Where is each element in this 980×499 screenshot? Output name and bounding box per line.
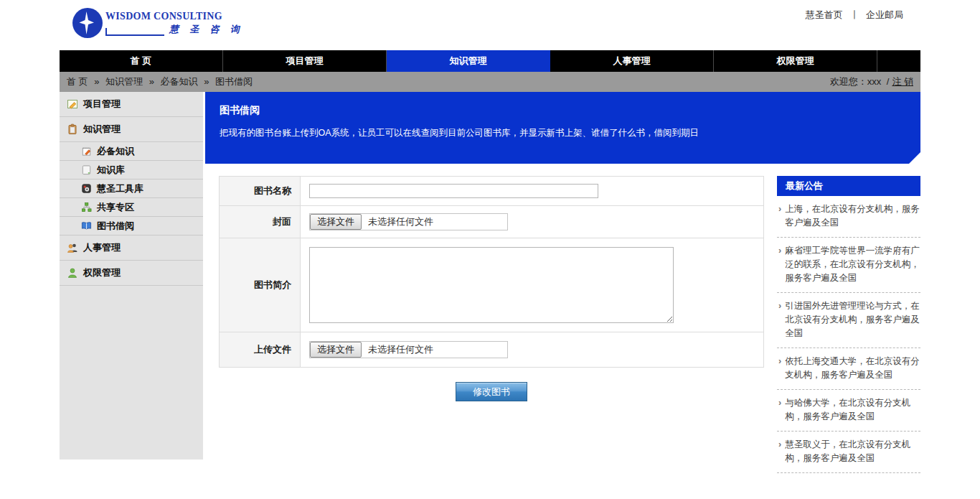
tab-knowledge-management[interactable]: 知识管理: [387, 50, 550, 72]
sidebar-item-label: 必备知识: [97, 145, 134, 158]
notice-bullet-icon: ›: [778, 438, 781, 465]
logo-star-icon: [72, 8, 103, 38]
sitemap-icon: [81, 202, 92, 213]
toolbox-gear-icon: [81, 183, 92, 194]
sidebar-item-tool-library[interactable]: 慧圣工具库: [60, 179, 203, 198]
breadcrumb-separator: »: [149, 76, 154, 87]
form-row-upload-file: 上传文件 选择文件 未选择任何文件: [220, 332, 763, 367]
sidebar-item-label: 慧圣工具库: [97, 182, 143, 195]
sidebar-item-essential-knowledge[interactable]: 必备知识: [60, 142, 203, 161]
sidebar-item-label: 知识管理: [83, 123, 121, 136]
cover-choose-file-button[interactable]: 选择文件: [310, 214, 362, 230]
notice-item[interactable]: › 依托上海交通大学，在北京设有分支机构，服务客户遍及全国: [777, 348, 920, 390]
upload-file-status: 未选择任何文件: [368, 343, 433, 356]
sidebar-item-label: 权限管理: [83, 266, 121, 279]
tab-hr-management[interactable]: 人事管理: [550, 50, 714, 72]
sidebar-item-label: 共享专区: [97, 201, 134, 214]
welcome-prefix: 欢迎您：: [830, 76, 867, 87]
notice-bullet-icon: ›: [778, 396, 781, 424]
tab-home[interactable]: 首 页: [60, 50, 223, 72]
form-row-book-intro: 图书简介: [220, 238, 763, 332]
breadcrumb-separator: »: [204, 76, 209, 87]
page: WISDOM CONSULTING 慧 圣 咨 询 慧圣首页 丨 企业邮局 首 …: [60, 0, 920, 473]
top-bar: WISDOM CONSULTING 慧 圣 咨 询 慧圣首页 丨 企业邮局: [60, 0, 920, 50]
nav-filler: [877, 50, 920, 72]
breadcrumb: 首 页 » 知识管理 » 必备知识 » 图书借阅: [67, 75, 253, 88]
breadcrumb-essential-knowledge[interactable]: 必备知识: [161, 76, 198, 87]
home-portal-link[interactable]: 慧圣首页: [806, 9, 843, 20]
book-intro-label: 图书简介: [220, 238, 301, 332]
page-banner: 图书借阅 把现有的图书台账上传到OA系统，让员工可以在线查阅到目前公司图书库，并…: [205, 92, 920, 164]
cover-label: 封面: [220, 206, 301, 238]
top-links: 慧圣首页 丨 企业邮局: [806, 9, 903, 22]
sidebar-item-knowledge-base[interactable]: 知识库: [60, 161, 203, 179]
note-pencil-icon: [67, 98, 78, 110]
notice-text: 引进国外先进管理理论与方式，在北京设有分支机构，服务客户遍及全国: [785, 299, 920, 340]
brand-name: WISDOM CONSULTING: [105, 11, 244, 22]
main-nav: 首 页 项目管理 知识管理 人事管理 权限管理: [60, 50, 920, 72]
company-logo: WISDOM CONSULTING 慧 圣 咨 询: [72, 8, 244, 38]
sidebar-item-label: 人事管理: [83, 241, 121, 254]
breadcrumb-separator: »: [94, 76, 99, 87]
breadcrumb-knowledge[interactable]: 知识管理: [105, 76, 143, 87]
notice-text: 上海，在北京设有分支机构，服务客户遍及全国: [785, 202, 920, 230]
enterprise-mail-link[interactable]: 企业邮局: [866, 9, 903, 20]
book-icon: [81, 164, 92, 175]
clipboard-icon: [67, 123, 78, 135]
book-edit-form: 图书名称 封面 选择文件 未选择任何文件: [219, 176, 764, 401]
upload-choose-file-button[interactable]: 选择文件: [310, 342, 362, 358]
form-row-book-name: 图书名称: [220, 177, 763, 206]
notice-item[interactable]: › 慧圣取义于，在北京设有分支机构，服务客户遍及全国: [777, 432, 920, 473]
tab-permission-management[interactable]: 权限管理: [714, 50, 877, 72]
notepad-edit-icon: [81, 146, 92, 157]
welcome-slash: /: [887, 76, 890, 87]
notice-text: 慧圣取义于，在北京设有分支机构，服务客户遍及全国: [785, 438, 920, 465]
welcome-area: 欢迎您：xxx /注 销: [830, 75, 913, 88]
sidebar-item-knowledge-management[interactable]: 知识管理: [60, 117, 203, 142]
sidebar-item-label: 图书借阅: [97, 220, 134, 233]
sidebar-item-shared-zone[interactable]: 共享专区: [60, 198, 203, 217]
upload-file-label: 上传文件: [220, 332, 301, 367]
notice-text: 麻省理工学院等世界一流学府有广泛的联系，在北京设有分支机构，服务客户遍及全国: [785, 244, 920, 285]
notice-bullet-icon: ›: [778, 355, 781, 382]
breadcrumb-home[interactable]: 首 页: [67, 76, 88, 87]
book-name-input[interactable]: [309, 184, 598, 198]
form-table: 图书名称 封面 选择文件 未选择任何文件: [219, 176, 764, 368]
notice-item[interactable]: › 与哈佛大学，在北京设有分支机构，服务客户遍及全国: [777, 390, 920, 432]
username: xxx: [867, 76, 882, 87]
page-title: 图书借阅: [220, 104, 906, 117]
book-name-label: 图书名称: [220, 177, 301, 205]
tab-project-management[interactable]: 项目管理: [223, 50, 387, 72]
breadcrumb-bar: 首 页 » 知识管理 » 必备知识 » 图书借阅 欢迎您：xxx /注 销: [60, 72, 920, 92]
logo-underline: [105, 28, 164, 36]
sidebar-item-label: 知识库: [97, 164, 125, 177]
open-book-icon: [81, 220, 92, 231]
person-icon: [67, 267, 78, 279]
breadcrumb-current-page: 图书借阅: [215, 76, 253, 87]
sidebar-item-label: 项目管理: [83, 98, 121, 111]
people-icon: [67, 242, 78, 253]
upload-file-input[interactable]: 选择文件 未选择任何文件: [309, 341, 508, 358]
main-area: 项目管理 知识管理 必备知识: [60, 92, 920, 473]
notice-bullet-icon: ›: [778, 244, 781, 285]
sidebar: 项目管理 知识管理 必备知识: [60, 92, 203, 460]
notice-item[interactable]: › 麻省理工学院等世界一流学府有广泛的联系，在北京设有分支机构，服务客户遍及全国: [777, 238, 920, 293]
content-body: 图书名称 封面 选择文件 未选择任何文件: [219, 176, 920, 473]
top-links-separator: 丨: [849, 9, 859, 20]
cover-file-input[interactable]: 选择文件 未选择任何文件: [309, 213, 508, 230]
modify-book-button[interactable]: 修改图书: [456, 382, 527, 401]
latest-notices-panel: 最新公告 › 上海，在北京设有分支机构，服务客户遍及全国 › 麻省理工学院等世界…: [777, 176, 920, 473]
notice-item[interactable]: › 引进国外先进管理理论与方式，在北京设有分支机构，服务客户遍及全国: [777, 293, 920, 348]
notices-title: 最新公告: [777, 176, 920, 196]
sidebar-item-project-management[interactable]: 项目管理: [60, 92, 203, 117]
book-intro-textarea[interactable]: [309, 247, 674, 323]
sidebar-item-hr-management[interactable]: 人事管理: [60, 235, 203, 261]
notice-bullet-icon: ›: [778, 202, 781, 230]
sidebar-item-book-borrowing[interactable]: 图书借阅: [60, 217, 203, 235]
form-row-cover: 封面 选择文件 未选择任何文件: [220, 206, 763, 238]
content-area: 图书借阅 把现有的图书台账上传到OA系统，让员工可以在线查阅到目前公司图书库，并…: [203, 92, 920, 473]
notice-text: 依托上海交通大学，在北京设有分支机构，服务客户遍及全国: [785, 355, 920, 382]
sidebar-item-permission-management[interactable]: 权限管理: [60, 261, 203, 286]
notice-item[interactable]: › 上海，在北京设有分支机构，服务客户遍及全国: [777, 196, 920, 238]
logout-link[interactable]: 注 销: [892, 76, 913, 87]
